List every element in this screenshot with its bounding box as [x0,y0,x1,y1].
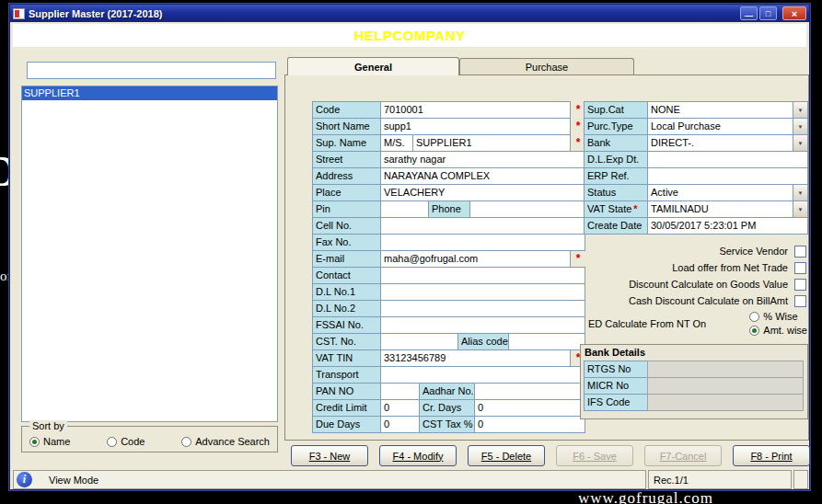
contact-field[interactable] [380,267,585,284]
right-row-vat-state: VAT State* TAMILNADU ▼ [584,200,808,218]
rtgs-no-field[interactable] [647,361,804,378]
pin-field[interactable] [380,200,429,218]
cst-no-field[interactable] [380,333,458,350]
street-label: Street [312,151,381,168]
erp-ref-label: ERP Ref. [584,167,648,185]
form-row-credit-limit: Credit Limit 0 Cr. Days 0 [312,399,585,417]
amt-wise-radio[interactable]: Amt. wise [749,325,807,336]
ifs-code-field[interactable] [647,394,804,411]
dropdown-arrow-icon[interactable]: ▼ [793,135,807,151]
alias-code-field[interactable] [508,333,585,350]
fssai-no-field[interactable] [380,316,585,334]
vat-state-select[interactable]: TAMILNADU ▼ [647,200,808,218]
address-field[interactable]: NARAYANA COMPLEX [380,167,585,185]
radio-icon [181,437,191,447]
erp-ref-field[interactable] [647,167,808,185]
checkbox-row: Discount Calculate on Goods Value [562,276,806,292]
right-row-bank: Bank DIRECT-. ▼ [584,134,808,152]
checkbox-row: Service Vendor [562,243,806,259]
f3-new-button[interactable]: F3 - New [291,445,368,466]
titlebar[interactable]: Supplier Master (2017-2018) — □ × [10,5,809,22]
form-row-vat-tin: VAT TIN 33123456789 * [312,349,585,367]
f8-print-button[interactable]: F8 - Print [733,445,810,466]
minimize-button[interactable]: — [740,6,758,20]
dropdown-arrow-icon[interactable]: ▼ [793,102,807,118]
bank-row-micr: MICR No [584,377,804,395]
dl-exp-field[interactable] [647,151,808,168]
status-select[interactable]: Active ▼ [647,184,808,201]
form-row-cell-no: Cell No. [312,217,585,235]
form-row-code: Code 7010001 * [312,101,585,119]
f5-delete-button[interactable]: F5 - Delete [468,445,545,466]
micr-no-field[interactable] [647,377,804,395]
supplier-list[interactable]: SUPPLIER1 [21,86,278,422]
dl-no1-label: D.L No.1 [312,283,381,301]
dropdown-arrow-icon[interactable]: ▼ [793,185,807,200]
right-row-erp-ref: ERP Ref. [584,167,808,185]
sort-advance-search-radio[interactable]: Advance Search [181,436,270,447]
close-button[interactable]: × [782,6,806,20]
list-item[interactable]: SUPPLIER1 [22,86,277,100]
sup-name-prefix-field[interactable]: M/S. [380,134,413,152]
fax-no-field[interactable] [380,234,585,251]
credit-limit-field[interactable]: 0 [380,399,420,417]
micr-no-label: MICR No [584,377,648,395]
dl-no2-field[interactable] [380,300,585,317]
email-field[interactable]: maha@gofrugal.com [380,250,571,268]
maximize-button[interactable]: □ [759,6,777,20]
place-field[interactable]: VELACHERY [380,184,585,201]
cst-tax-field[interactable]: 0 [474,416,585,433]
street-field[interactable]: sarathy nagar [380,151,585,168]
dropdown-arrow-icon[interactable]: ▼ [793,201,807,217]
f4-modify-button[interactable]: F4 - Modify [379,445,457,466]
status-mode-panel: i View Mode [13,470,646,489]
code-field[interactable]: 7010001 [380,101,571,119]
window-title: Supplier Master (2017-2018) [29,8,736,19]
phone-label: Phone [428,200,470,218]
form-row-place: Place VELACHERY [312,184,585,201]
fax-no-label: Fax No. [312,234,381,251]
percent-wise-radio[interactable]: % Wise [749,311,807,322]
load-offer-label: Load offer from Net Trade [672,262,788,273]
discount-goods-value-checkbox[interactable] [794,279,806,291]
radio-icon [107,437,117,447]
pin-label: Pin [312,200,381,218]
action-button-bar: F3 - New F4 - Modify F5 - Delete F6 - Sa… [291,445,812,466]
tab-general[interactable]: General [287,57,459,75]
aadhar-no-field[interactable] [474,383,585,400]
sort-code-radio[interactable]: Code [107,436,145,447]
cash-discount-billamt-checkbox[interactable] [794,295,806,307]
form-row-pan-no: PAN NO Aadhar No. [312,383,585,400]
vat-tin-field[interactable]: 33123456789 [380,349,571,367]
cell-no-label: Cell No. [312,217,381,235]
form-row-fssai-no: FSSAI No. [312,316,585,334]
due-days-field[interactable]: 0 [380,416,420,433]
tab-purchase[interactable]: Purchase [459,58,634,75]
cell-no-field[interactable] [380,217,585,235]
supplier-search-input[interactable] [27,62,276,79]
sup-cat-select[interactable]: NONE ▼ [647,101,808,119]
dl-no1-field[interactable] [380,283,585,301]
right-row-dl-exp: D.L.Exp Dt. [584,151,808,168]
short-name-field[interactable]: supp1 [380,118,571,135]
load-offer-net-trade-checkbox[interactable] [794,262,806,274]
transport-field[interactable] [380,366,585,384]
bank-select[interactable]: DIRECT-. ▼ [647,134,808,152]
sup-name-field[interactable]: SUPPLIER1 [412,134,571,152]
checkbox-row: Cash Discount Calculate on BillAmt [562,292,806,309]
create-date-value: 30/05/2017 5:23:01 PM [648,218,807,234]
record-count-panel: Rec.1/1 [648,470,792,489]
purc-type-select[interactable]: Local Purchase ▼ [647,118,808,135]
status-bar: i View Mode Rec.1/1 [13,470,808,489]
form-row-cst-no: CST. No. Alias code [312,333,585,350]
sup-name-label: Sup. Name [312,134,381,152]
pan-no-field[interactable] [380,383,420,400]
cr-days-field[interactable]: 0 [474,399,585,417]
minimize-icon: — [745,11,753,20]
status-value: Active [648,185,793,200]
sort-name-radio[interactable]: Name [29,436,70,447]
form-row-dl-no1: D.L No.1 [312,283,585,301]
phone-field[interactable] [469,200,585,218]
dropdown-arrow-icon[interactable]: ▼ [793,119,807,134]
service-vendor-checkbox[interactable] [794,246,806,258]
